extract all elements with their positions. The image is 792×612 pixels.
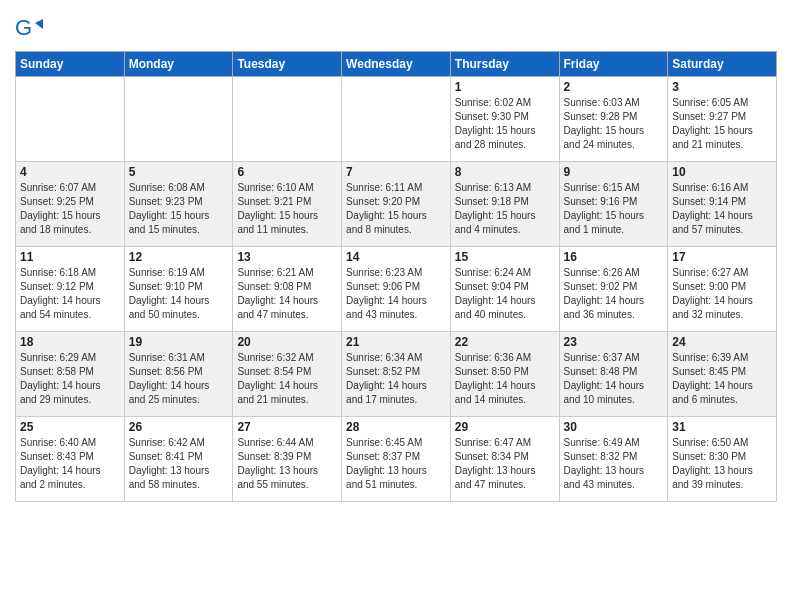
day-number: 5	[129, 165, 229, 179]
calendar-cell: 29Sunrise: 6:47 AM Sunset: 8:34 PM Dayli…	[450, 417, 559, 502]
day-number: 18	[20, 335, 120, 349]
calendar-cell: 10Sunrise: 6:16 AM Sunset: 9:14 PM Dayli…	[668, 162, 777, 247]
day-info: Sunrise: 6:47 AM Sunset: 8:34 PM Dayligh…	[455, 436, 555, 492]
calendar-week-row: 11Sunrise: 6:18 AM Sunset: 9:12 PM Dayli…	[16, 247, 777, 332]
calendar-cell: 13Sunrise: 6:21 AM Sunset: 9:08 PM Dayli…	[233, 247, 342, 332]
day-number: 31	[672, 420, 772, 434]
day-info: Sunrise: 6:19 AM Sunset: 9:10 PM Dayligh…	[129, 266, 229, 322]
calendar-week-row: 4Sunrise: 6:07 AM Sunset: 9:25 PM Daylig…	[16, 162, 777, 247]
day-number: 22	[455, 335, 555, 349]
day-number: 8	[455, 165, 555, 179]
calendar-cell: 14Sunrise: 6:23 AM Sunset: 9:06 PM Dayli…	[342, 247, 451, 332]
calendar-cell: 9Sunrise: 6:15 AM Sunset: 9:16 PM Daylig…	[559, 162, 668, 247]
day-info: Sunrise: 6:44 AM Sunset: 8:39 PM Dayligh…	[237, 436, 337, 492]
logo: G	[15, 15, 47, 43]
day-number: 19	[129, 335, 229, 349]
col-header-wednesday: Wednesday	[342, 52, 451, 77]
day-number: 9	[564, 165, 664, 179]
day-number: 16	[564, 250, 664, 264]
calendar-cell	[16, 77, 125, 162]
calendar-cell	[233, 77, 342, 162]
calendar-cell: 5Sunrise: 6:08 AM Sunset: 9:23 PM Daylig…	[124, 162, 233, 247]
calendar-cell: 17Sunrise: 6:27 AM Sunset: 9:00 PM Dayli…	[668, 247, 777, 332]
day-number: 6	[237, 165, 337, 179]
day-number: 13	[237, 250, 337, 264]
day-info: Sunrise: 6:27 AM Sunset: 9:00 PM Dayligh…	[672, 266, 772, 322]
day-info: Sunrise: 6:03 AM Sunset: 9:28 PM Dayligh…	[564, 96, 664, 152]
day-number: 2	[564, 80, 664, 94]
calendar-cell: 15Sunrise: 6:24 AM Sunset: 9:04 PM Dayli…	[450, 247, 559, 332]
calendar-cell: 4Sunrise: 6:07 AM Sunset: 9:25 PM Daylig…	[16, 162, 125, 247]
calendar-cell: 21Sunrise: 6:34 AM Sunset: 8:52 PM Dayli…	[342, 332, 451, 417]
day-info: Sunrise: 6:07 AM Sunset: 9:25 PM Dayligh…	[20, 181, 120, 237]
calendar-cell: 23Sunrise: 6:37 AM Sunset: 8:48 PM Dayli…	[559, 332, 668, 417]
day-info: Sunrise: 6:21 AM Sunset: 9:08 PM Dayligh…	[237, 266, 337, 322]
calendar-cell	[342, 77, 451, 162]
calendar-week-row: 25Sunrise: 6:40 AM Sunset: 8:43 PM Dayli…	[16, 417, 777, 502]
col-header-friday: Friday	[559, 52, 668, 77]
calendar-cell: 25Sunrise: 6:40 AM Sunset: 8:43 PM Dayli…	[16, 417, 125, 502]
col-header-saturday: Saturday	[668, 52, 777, 77]
col-header-tuesday: Tuesday	[233, 52, 342, 77]
calendar-header-row: SundayMondayTuesdayWednesdayThursdayFrid…	[16, 52, 777, 77]
calendar-cell: 22Sunrise: 6:36 AM Sunset: 8:50 PM Dayli…	[450, 332, 559, 417]
calendar-table: SundayMondayTuesdayWednesdayThursdayFrid…	[15, 51, 777, 502]
calendar-cell: 26Sunrise: 6:42 AM Sunset: 8:41 PM Dayli…	[124, 417, 233, 502]
day-number: 23	[564, 335, 664, 349]
day-number: 30	[564, 420, 664, 434]
day-number: 4	[20, 165, 120, 179]
day-info: Sunrise: 6:42 AM Sunset: 8:41 PM Dayligh…	[129, 436, 229, 492]
calendar-week-row: 18Sunrise: 6:29 AM Sunset: 8:58 PM Dayli…	[16, 332, 777, 417]
calendar-cell: 30Sunrise: 6:49 AM Sunset: 8:32 PM Dayli…	[559, 417, 668, 502]
calendar-cell: 2Sunrise: 6:03 AM Sunset: 9:28 PM Daylig…	[559, 77, 668, 162]
day-info: Sunrise: 6:37 AM Sunset: 8:48 PM Dayligh…	[564, 351, 664, 407]
day-number: 26	[129, 420, 229, 434]
day-number: 21	[346, 335, 446, 349]
calendar-cell: 12Sunrise: 6:19 AM Sunset: 9:10 PM Dayli…	[124, 247, 233, 332]
col-header-thursday: Thursday	[450, 52, 559, 77]
day-number: 10	[672, 165, 772, 179]
day-info: Sunrise: 6:05 AM Sunset: 9:27 PM Dayligh…	[672, 96, 772, 152]
day-info: Sunrise: 6:49 AM Sunset: 8:32 PM Dayligh…	[564, 436, 664, 492]
day-info: Sunrise: 6:39 AM Sunset: 8:45 PM Dayligh…	[672, 351, 772, 407]
calendar-cell: 18Sunrise: 6:29 AM Sunset: 8:58 PM Dayli…	[16, 332, 125, 417]
col-header-sunday: Sunday	[16, 52, 125, 77]
day-info: Sunrise: 6:15 AM Sunset: 9:16 PM Dayligh…	[564, 181, 664, 237]
day-number: 11	[20, 250, 120, 264]
day-info: Sunrise: 6:34 AM Sunset: 8:52 PM Dayligh…	[346, 351, 446, 407]
day-info: Sunrise: 6:08 AM Sunset: 9:23 PM Dayligh…	[129, 181, 229, 237]
calendar-cell: 16Sunrise: 6:26 AM Sunset: 9:02 PM Dayli…	[559, 247, 668, 332]
day-info: Sunrise: 6:16 AM Sunset: 9:14 PM Dayligh…	[672, 181, 772, 237]
day-info: Sunrise: 6:18 AM Sunset: 9:12 PM Dayligh…	[20, 266, 120, 322]
day-number: 12	[129, 250, 229, 264]
day-info: Sunrise: 6:02 AM Sunset: 9:30 PM Dayligh…	[455, 96, 555, 152]
page-header: G	[15, 10, 777, 43]
day-number: 17	[672, 250, 772, 264]
calendar-cell: 28Sunrise: 6:45 AM Sunset: 8:37 PM Dayli…	[342, 417, 451, 502]
calendar-cell: 7Sunrise: 6:11 AM Sunset: 9:20 PM Daylig…	[342, 162, 451, 247]
calendar-cell: 1Sunrise: 6:02 AM Sunset: 9:30 PM Daylig…	[450, 77, 559, 162]
svg-text:G: G	[15, 15, 32, 40]
calendar-cell: 27Sunrise: 6:44 AM Sunset: 8:39 PM Dayli…	[233, 417, 342, 502]
day-info: Sunrise: 6:10 AM Sunset: 9:21 PM Dayligh…	[237, 181, 337, 237]
day-number: 1	[455, 80, 555, 94]
day-info: Sunrise: 6:26 AM Sunset: 9:02 PM Dayligh…	[564, 266, 664, 322]
day-info: Sunrise: 6:32 AM Sunset: 8:54 PM Dayligh…	[237, 351, 337, 407]
day-number: 27	[237, 420, 337, 434]
day-info: Sunrise: 6:11 AM Sunset: 9:20 PM Dayligh…	[346, 181, 446, 237]
day-info: Sunrise: 6:45 AM Sunset: 8:37 PM Dayligh…	[346, 436, 446, 492]
calendar-cell: 20Sunrise: 6:32 AM Sunset: 8:54 PM Dayli…	[233, 332, 342, 417]
day-info: Sunrise: 6:24 AM Sunset: 9:04 PM Dayligh…	[455, 266, 555, 322]
day-info: Sunrise: 6:50 AM Sunset: 8:30 PM Dayligh…	[672, 436, 772, 492]
day-number: 7	[346, 165, 446, 179]
calendar-cell: 31Sunrise: 6:50 AM Sunset: 8:30 PM Dayli…	[668, 417, 777, 502]
calendar-cell: 19Sunrise: 6:31 AM Sunset: 8:56 PM Dayli…	[124, 332, 233, 417]
day-info: Sunrise: 6:36 AM Sunset: 8:50 PM Dayligh…	[455, 351, 555, 407]
day-number: 20	[237, 335, 337, 349]
svg-marker-1	[35, 19, 43, 29]
day-number: 15	[455, 250, 555, 264]
day-info: Sunrise: 6:29 AM Sunset: 8:58 PM Dayligh…	[20, 351, 120, 407]
day-number: 29	[455, 420, 555, 434]
calendar-cell	[124, 77, 233, 162]
day-number: 14	[346, 250, 446, 264]
